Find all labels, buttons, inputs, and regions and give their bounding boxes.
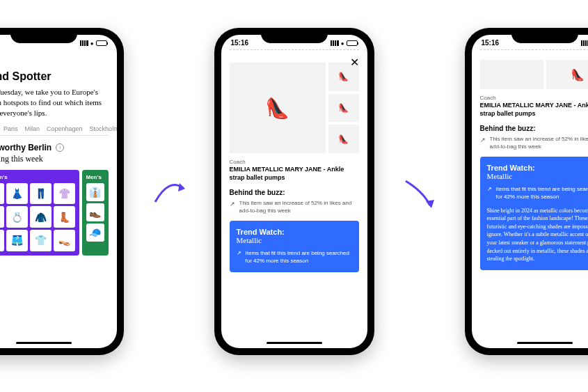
notch (261, 28, 328, 43)
product-name: EMILIA METALLIC MARY JANE - Ankle strap … (480, 102, 589, 118)
buzz-stat: This item saw an increase of 52% in like… (490, 136, 589, 151)
status-time: 15:16 (482, 39, 500, 47)
tab-copenhagen[interactable]: Copenhagen (47, 125, 83, 132)
page-title: Trend Spotter (0, 70, 109, 83)
notch (10, 28, 77, 43)
home-indicator[interactable] (16, 342, 72, 344)
mens-grid: Men's 👔 👞 🧢 (82, 170, 109, 256)
buzz-heading: Behind the buzz: (480, 125, 589, 132)
trend-up-icon: ↗ (237, 250, 241, 258)
product-brand: Coach (230, 159, 359, 165)
product-thumb[interactable]: 🧢 (86, 224, 104, 242)
mens-label: Men's (86, 174, 104, 180)
wifi-icon (341, 39, 344, 47)
flow-arrow-icon (402, 171, 437, 212)
trend-up-icon: ↗ (487, 186, 492, 194)
signal-icon (331, 40, 339, 46)
home-indicator[interactable] (517, 342, 573, 344)
product-image-thumb[interactable]: 👠 (546, 60, 589, 89)
screen-1: 15:16 ← Trend Spotter Each Tuesday, we t… (0, 35, 117, 348)
product-name: EMILIA METALLIC MARY JANE - Ankle strap … (230, 166, 359, 182)
section-subtitle: Trending this week (0, 154, 109, 164)
city-tabs: Berlin Paris Milan Copenhagen Stockholm (0, 125, 109, 136)
product-thumb[interactable]: 👖 (30, 183, 51, 205)
buzz-stat: This item saw an increase of 52% in like… (239, 200, 359, 215)
product-thumb[interactable]: 👠 (0, 206, 4, 228)
trend-title: Trend Watch: (487, 164, 589, 172)
product-thumb[interactable]: 👚 (54, 183, 75, 205)
product-thumb[interactable]: 🧥 (30, 206, 51, 228)
product-image-main[interactable]: 👠 (230, 63, 326, 153)
phone-mockup-3: 15:16 ✕ 👠 Coach EMILIA METALLIC MARY JAN… (465, 28, 589, 355)
trend-name: Metallic (237, 236, 352, 244)
product-thumb[interactable]: 💍 (6, 206, 28, 228)
trend-body: Shine bright in 2024 as metallic colors … (487, 207, 589, 263)
womens-grid: Women's 👜 👗 👖 👚 👠 💍 🧥 👢 👘 🩳 👕 👡 (0, 170, 79, 256)
trend-watch-card: Trend Watch: Metallic ↗ Items that fit t… (480, 157, 589, 270)
tab-milan[interactable]: Milan (25, 125, 40, 132)
status-time: 15:16 (231, 39, 249, 47)
womens-label: Women's (0, 174, 75, 180)
product-thumb[interactable]: 👔 (86, 183, 104, 201)
trend-stat: Items that fit this trend are being sear… (246, 250, 352, 265)
wifi-icon (90, 39, 94, 47)
screen-2: 15:16 ✕ 👠 👠 👠 👠 Coach EMILIA METALLIC MA… (221, 35, 367, 348)
section-title: Buzzworthy Berlin (0, 143, 51, 152)
signal-icon (581, 40, 588, 46)
divider (480, 49, 589, 50)
trend-title: Trend Watch: (237, 228, 352, 236)
divider (230, 49, 359, 50)
tab-paris[interactable]: Paris (3, 125, 18, 132)
signal-icon (80, 40, 88, 46)
status-icons (581, 39, 588, 47)
product-brand: Coach (480, 95, 589, 101)
phone-mockup-1: 15:16 ← Trend Spotter Each Tuesday, we t… (0, 28, 124, 355)
product-thumb[interactable]: 👕 (30, 230, 51, 251)
tab-stockholm[interactable]: Stockholm (90, 125, 117, 132)
close-button[interactable]: ✕ (350, 56, 359, 69)
notch (511, 28, 578, 43)
product-thumb[interactable]: 👗 (6, 183, 28, 205)
info-icon[interactable]: i (56, 143, 64, 152)
product-thumb[interactable]: 👡 (54, 230, 75, 251)
product-image-thumb[interactable] (480, 60, 543, 89)
product-thumb[interactable]: 👘 (0, 230, 4, 251)
product-thumb[interactable]: 👞 (86, 203, 104, 221)
back-button[interactable]: ← (0, 48, 109, 66)
trend-name: Metallic (487, 172, 589, 180)
status-icons (331, 39, 358, 47)
battery-icon (96, 40, 107, 46)
flow-arrow-icon (152, 171, 186, 212)
product-thumb[interactable]: 👜 (0, 183, 4, 205)
phone-mockup-2: 15:16 ✕ 👠 👠 👠 👠 Coach EMILIA METALLIC MA… (214, 28, 374, 355)
buzz-heading: Behind the buzz: (230, 189, 359, 196)
trend-watch-card[interactable]: Trend Watch: Metallic ↗ Items that fit t… (230, 221, 359, 272)
product-image-thumb[interactable]: 👠 (328, 125, 359, 153)
product-thumb[interactable]: 🩳 (6, 230, 28, 251)
battery-icon (347, 40, 358, 46)
intro-text: Each Tuesday, we take you to Europe's fa… (0, 87, 109, 118)
product-thumb[interactable]: 👢 (54, 206, 75, 228)
status-icons (80, 39, 107, 47)
home-indicator[interactable] (267, 342, 322, 344)
trend-up-icon: ↗ (480, 136, 486, 144)
trend-stat: Items that fit this trend are being sear… (496, 186, 589, 201)
screen-3: 15:16 ✕ 👠 Coach EMILIA METALLIC MARY JAN… (472, 35, 589, 348)
product-image-thumb[interactable]: 👠 (328, 94, 359, 123)
trend-up-icon: ↗ (230, 200, 235, 208)
